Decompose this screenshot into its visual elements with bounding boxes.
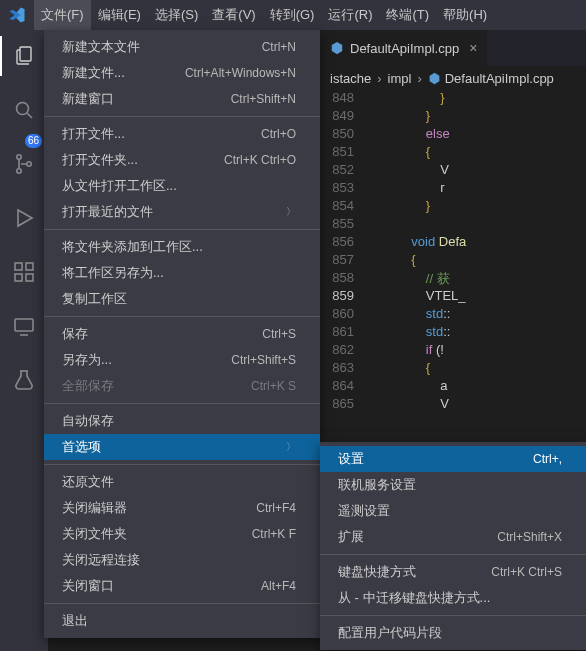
- menu-item-label: 新建文件...: [62, 64, 125, 82]
- file-menu-item[interactable]: 还原文件: [44, 469, 320, 495]
- code-content[interactable]: std::: [368, 324, 450, 342]
- editor-line[interactable]: 855: [320, 216, 586, 234]
- file-menu-item[interactable]: 保存Ctrl+S: [44, 321, 320, 347]
- editor-line[interactable]: 860 std::: [320, 306, 586, 324]
- file-menu-item[interactable]: 将工作区另存为...: [44, 260, 320, 286]
- file-menu-item[interactable]: 另存为...Ctrl+Shift+S: [44, 347, 320, 373]
- close-icon[interactable]: ×: [469, 40, 477, 56]
- editor-line[interactable]: 865 V: [320, 396, 586, 414]
- prefs-menu-item[interactable]: 配置用户代码片段: [320, 620, 586, 646]
- file-menu-item[interactable]: 新建文本文件Ctrl+N: [44, 34, 320, 60]
- editor-line[interactable]: 859 VTEL_: [320, 288, 586, 306]
- file-menu-item[interactable]: 关闭窗口Alt+F4: [44, 573, 320, 599]
- code-content[interactable]: VTEL_: [368, 288, 466, 306]
- menu-文件(F)[interactable]: 文件(F): [34, 0, 91, 30]
- prefs-menu-item[interactable]: 扩展Ctrl+Shift+X: [320, 524, 586, 550]
- file-menu-item[interactable]: 复制工作区: [44, 286, 320, 312]
- shortcut-label: Ctrl+O: [261, 127, 296, 141]
- menu-item-label: 全部保存: [62, 377, 114, 395]
- editor-line[interactable]: 862 if (!: [320, 342, 586, 360]
- line-number: 848: [320, 90, 368, 108]
- code-content[interactable]: {: [368, 252, 416, 270]
- code-content[interactable]: V: [368, 396, 449, 414]
- code-content[interactable]: std::: [368, 306, 450, 324]
- file-menu-item[interactable]: 关闭远程连接: [44, 547, 320, 573]
- code-content[interactable]: void Defa: [368, 234, 466, 252]
- prefs-menu-item[interactable]: 键盘快捷方式Ctrl+K Ctrl+S: [320, 559, 586, 585]
- code-content[interactable]: if (!: [368, 342, 444, 360]
- menu-item-label: 联机服务设置: [338, 476, 416, 494]
- code-content[interactable]: // 获: [368, 270, 450, 288]
- editor-line[interactable]: 863 {: [320, 360, 586, 378]
- file-menu-item[interactable]: 关闭文件夹Ctrl+K F: [44, 521, 320, 547]
- editor-line[interactable]: 861 std::: [320, 324, 586, 342]
- menu-item-label: 关闭窗口: [62, 577, 114, 595]
- shortcut-label: Ctrl+Alt+Windows+N: [185, 66, 296, 80]
- code-content[interactable]: }: [368, 108, 430, 126]
- svg-marker-10: [332, 42, 343, 54]
- menu-终端(T)[interactable]: 终端(T): [379, 0, 436, 30]
- run-debug-icon[interactable]: [0, 198, 48, 238]
- breadcrumb[interactable]: istache› impl› DefaultApiImpl.cpp: [320, 66, 586, 90]
- file-menu-item[interactable]: 从文件打开工作区...: [44, 173, 320, 199]
- menu-查看(V)[interactable]: 查看(V): [205, 0, 262, 30]
- editor-line[interactable]: 849 }: [320, 108, 586, 126]
- breadcrumb-seg[interactable]: impl: [388, 71, 412, 86]
- explorer-icon[interactable]: [0, 36, 48, 76]
- menu-item-label: 关闭远程连接: [62, 551, 140, 569]
- editor-line[interactable]: 856 void Defa: [320, 234, 586, 252]
- breadcrumb-seg[interactable]: DefaultApiImpl.cpp: [445, 71, 554, 86]
- code-content[interactable]: }: [368, 198, 430, 216]
- menu-item-label: 新建窗口: [62, 90, 114, 108]
- breadcrumb-seg[interactable]: istache: [330, 71, 371, 86]
- code-content[interactable]: V: [368, 162, 449, 180]
- menu-编辑(E)[interactable]: 编辑(E): [91, 0, 148, 30]
- activity-bar: [0, 30, 48, 651]
- svg-rect-8: [26, 263, 33, 270]
- editor-tab[interactable]: DefaultApiImpl.cpp ×: [320, 30, 487, 66]
- menu-item-label: 关闭文件夹: [62, 525, 127, 543]
- editor-line[interactable]: 857 {: [320, 252, 586, 270]
- code-content[interactable]: {: [368, 144, 430, 162]
- editor-line[interactable]: 850 else: [320, 126, 586, 144]
- editor-line[interactable]: 848 }: [320, 90, 586, 108]
- editor-line[interactable]: 851 {: [320, 144, 586, 162]
- editor-line[interactable]: 854 }: [320, 198, 586, 216]
- testing-icon[interactable]: [0, 360, 48, 400]
- menu-选择(S)[interactable]: 选择(S): [148, 0, 205, 30]
- code-content[interactable]: }: [368, 90, 445, 108]
- file-menu-item[interactable]: 将文件夹添加到工作区...: [44, 234, 320, 260]
- code-content[interactable]: r: [368, 180, 445, 198]
- prefs-menu-item[interactable]: 设置Ctrl+,: [320, 446, 586, 472]
- code-content[interactable]: else: [368, 126, 450, 144]
- code-content[interactable]: {: [368, 360, 430, 378]
- search-icon[interactable]: [0, 90, 48, 130]
- file-menu-item[interactable]: 新建窗口Ctrl+Shift+N: [44, 86, 320, 112]
- editor-line[interactable]: 858 // 获: [320, 270, 586, 288]
- extensions-icon[interactable]: [0, 252, 48, 292]
- editor-line[interactable]: 853 r: [320, 180, 586, 198]
- remote-icon[interactable]: [0, 306, 48, 346]
- prefs-menu-item[interactable]: 联机服务设置: [320, 472, 586, 498]
- prefs-menu-item[interactable]: 从 - 中迁移键盘快捷方式...: [320, 585, 586, 611]
- file-menu-item[interactable]: 全部保存Ctrl+K S: [44, 373, 320, 399]
- menu-转到(G)[interactable]: 转到(G): [263, 0, 322, 30]
- line-number: 858: [320, 270, 368, 288]
- menu-帮助(H)[interactable]: 帮助(H): [436, 0, 494, 30]
- editor-line[interactable]: 864 a: [320, 378, 586, 396]
- file-menu-item[interactable]: 自动保存: [44, 408, 320, 434]
- file-menu-item[interactable]: 退出: [44, 608, 320, 634]
- file-menu-item[interactable]: 打开文件夹...Ctrl+K Ctrl+O: [44, 147, 320, 173]
- editor-line[interactable]: 852 V: [320, 162, 586, 180]
- prefs-menu-item[interactable]: 遥测设置: [320, 498, 586, 524]
- file-menu-item[interactable]: 新建文件...Ctrl+Alt+Windows+N: [44, 60, 320, 86]
- line-number: 849: [320, 108, 368, 126]
- source-control-icon[interactable]: [0, 144, 48, 184]
- menu-item-label: 扩展: [338, 528, 364, 546]
- file-menu-item[interactable]: 打开文件...Ctrl+O: [44, 121, 320, 147]
- file-menu-item[interactable]: 首选项〉: [44, 434, 320, 460]
- code-content[interactable]: a: [368, 378, 447, 396]
- menu-运行(R)[interactable]: 运行(R): [321, 0, 379, 30]
- file-menu-item[interactable]: 关闭编辑器Ctrl+F4: [44, 495, 320, 521]
- file-menu-item[interactable]: 打开最近的文件〉: [44, 199, 320, 225]
